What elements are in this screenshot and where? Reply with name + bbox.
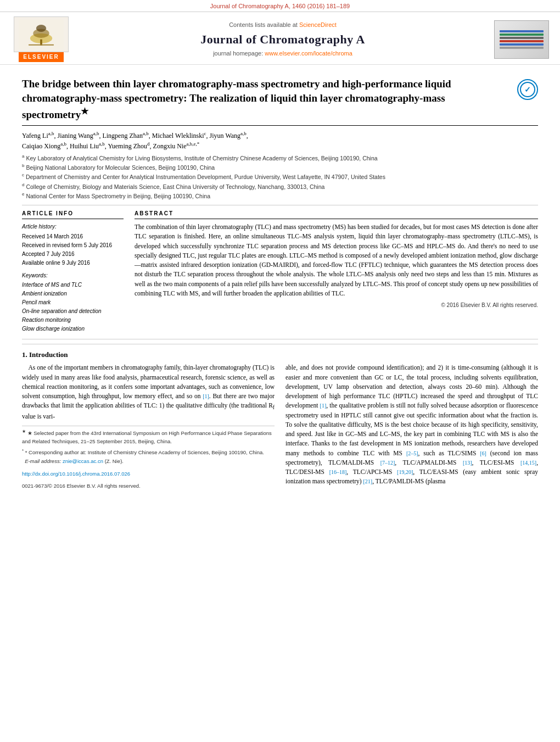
copyright-notice: © 2016 Elsevier B.V. All rights reserved… [135,302,538,309]
issn-line: 0021-9673/© 2016 Elsevier B.V. All right… [22,482,275,490]
section-title-text: Introduction [29,350,68,359]
body-right-text: able, and does not provide compound iden… [285,363,538,486]
article-info-heading: ARTICLE INFO [22,210,124,219]
svg-rect-5 [29,44,54,46]
cover-line-1 [500,30,544,32]
abstract-text: The combination of thin layer chromatogr… [135,222,538,298]
homepage-link[interactable]: www.elsevier.com/locate/chroma [265,50,352,57]
email-address[interactable]: znie@iccas.ac.cn [63,458,103,464]
ref-1b-link[interactable]: [1] [320,403,327,409]
footnote-star: ★ ★ Selected paper from the 43rd Interna… [22,428,275,445]
cover-line-5 [500,43,544,46]
abstract-column: ABSTRACT The combination of thin layer c… [135,210,538,333]
svg-text:✓: ✓ [524,85,531,94]
authors-section: Yafeng Lia,b, Jianing Wanga,b, Lingpeng … [22,130,538,151]
history-label: Article history: [22,222,124,231]
cover-line-6 [500,47,544,49]
footnote-corresponding: * * Corresponding author at: Institute o… [22,448,275,456]
affiliation-e: e National Center for Mass Spectrometry … [22,191,538,200]
affiliations-section: a Key Laboratory of Analytical Chemistry… [22,153,538,205]
email-label: E-mail address: [25,458,61,464]
received-date: Received 14 March 2016 [22,232,124,241]
ref-14-15-link[interactable]: [14,15] [520,460,536,466]
ref-6-link[interactable]: [6] [480,450,486,456]
article-info-abstract: ARTICLE INFO Article history: Received 1… [22,210,538,339]
abstract-heading: ABSTRACT [135,210,538,219]
body-left-text: As one of the important members in chrom… [22,363,275,421]
ref-1-link[interactable]: [1] [203,393,209,399]
ref-2-5-link[interactable]: [2–5] [406,450,418,456]
affiliation-c: c Department of Chemistry and Center for… [22,172,538,181]
main-content: The bridge between thin layer chromatogr… [0,65,560,501]
footnotes: ★ ★ Selected paper from the 43rd Interna… [22,426,275,490]
ref-21-link[interactable]: [21] [363,478,372,484]
keywords-section: Keywords: Interface of MS and TLC Ambien… [22,272,124,333]
ref-16-18-link[interactable]: [16–18] [329,469,347,475]
author-yafeng-li: Yafeng Li [22,132,48,140]
author-zongxiu-nie: Zongxiu Nie [153,142,187,150]
ref-13-link[interactable]: [13] [463,460,472,466]
issn-text: 0021-9673/© 2016 Elsevier B.V. All right… [22,483,141,489]
ref-19-20-link[interactable]: [19,20] [397,469,413,475]
elsevier-logo-section: ELSEVIER [11,16,71,62]
author-jianing-wang: Jianing Wang [58,132,93,140]
author-huihui-liu: Huihui Liu [70,142,99,150]
doi-link[interactable]: http://dx.doi.org/10.1016/j.chroma.2016.… [22,471,130,477]
keyword-1: Interface of MS and TLC [22,281,124,289]
svg-point-3 [36,25,46,32]
available-online-date: Available online 9 July 2016 [22,259,124,267]
cover-decoration [500,29,544,50]
author-jiyun-wang: Jiyun Wang [210,132,240,140]
article-history: Article history: Received 14 March 2016 … [22,222,124,267]
affiliation-b: b Beijing National Laboratory for Molecu… [22,163,538,172]
body-right-col: able, and does not provide compound iden… [285,363,538,490]
section-1-title: 1. Introduction [22,350,538,360]
journal-citation: Journal of Chromatography A, 1460 (2016)… [210,3,350,9]
article-title: The bridge between thin layer chromatogr… [22,77,517,121]
body-two-columns: As one of the important members in chrom… [22,363,538,490]
body-section-1: 1. Introduction As one of the important … [22,350,538,490]
cover-line-3 [500,37,544,39]
section-number: 1. [22,350,27,359]
keyword-2: Ambient ionization [22,289,124,298]
article-title-section: The bridge between thin layer chromatogr… [22,77,538,125]
crossmark-icon: ✓ [519,81,536,98]
author-caiqiao-xiong: Caiqiao Xiong [22,142,60,150]
body-left-col: As one of the important members in chrom… [22,363,275,490]
intro-para-left: As one of the important members in chrom… [22,363,275,421]
received-revised-date: Received in revised form 5 July 2016 [22,241,124,250]
sciencedirect-label: Contents lists available at ScienceDirec… [71,21,494,29]
journal-title-section: Contents lists available at ScienceDirec… [71,21,494,58]
keyword-4: On-line separation and detection [22,307,124,316]
journal-homepage: journal homepage: www.elsevier.com/locat… [71,49,494,58]
cover-line-2 [500,34,544,36]
crossmark-badge: ✓ [517,79,538,100]
elsevier-graphic [14,16,69,52]
elsevier-tree-graphic [16,19,66,49]
journal-header: ELSEVIER Contents lists available at Sci… [0,12,560,65]
affiliation-a: a Key Laboratory of Analytical Chemistry… [22,153,538,163]
ref-7-12-link[interactable]: [7–12] [380,460,395,466]
journal-banner: Journal of Chromatography A, 1460 (2016)… [0,0,560,12]
affiliation-d: d College of Chemistry, Biology and Mate… [22,182,538,191]
elsevier-wordmark: ELSEVIER [19,52,63,62]
journal-cover-image [494,20,549,59]
author-michael: Michael Wleklinski [152,132,204,140]
accepted-date: Accepted 7 July 2016 [22,250,124,259]
doi-line: http://dx.doi.org/10.1016/j.chroma.2016.… [22,470,275,478]
keyword-5: Reaction monitoring [22,316,124,325]
keyword-6: Glow discharge ionization [22,325,124,333]
journal-title: Journal of Chromatography A [71,31,494,48]
article-info-column: ARTICLE INFO Article history: Received 1… [22,210,124,333]
intro-para-right: able, and does not provide compound iden… [285,363,538,486]
sciencedirect-link[interactable]: ScienceDirect [299,21,337,28]
author-yueming-zhou: Yueming Zhou [108,142,147,150]
section-divider [22,344,538,344]
author-lingpeng-zhan: Lingpeng Zhan [102,132,143,140]
footnote-email: E-mail address: znie@iccas.ac.cn (Z. Nie… [22,458,275,465]
cover-line-4 [500,40,544,42]
keyword-3: Pencil mark [22,298,124,307]
keywords-label: Keywords: [22,272,124,280]
star-symbol: ★ [81,107,88,116]
